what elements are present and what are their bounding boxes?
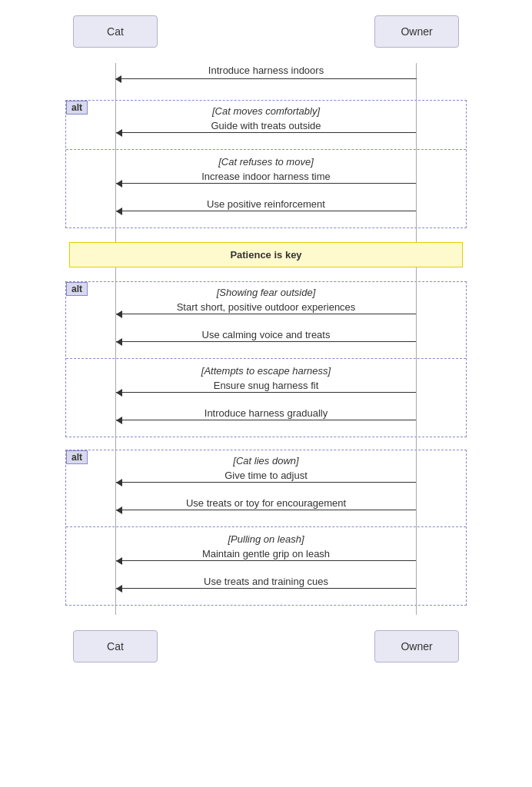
arrow-ensure-snug: [116, 392, 416, 393]
arrow-use-treats-toy: [116, 510, 416, 510]
use-treats-toy-label: Use treats or toy for encouragement: [186, 497, 346, 509]
message-introduce-harness-indoors: Introduce harness indoors: [0, 63, 532, 91]
condition-pulling-leash: [Pulling on leash]: [66, 530, 466, 546]
alt-label-2: alt: [66, 282, 88, 296]
arrow-introduce-harness: [115, 78, 417, 79]
owner-footer-label: Owner: [401, 640, 432, 653]
message-use-treats-cues: Use treats and training cues: [66, 574, 466, 602]
ensure-snug-label: Ensure snug harness fit: [214, 380, 319, 391]
message-increase-indoor: Increase indoor harness time: [66, 169, 466, 197]
owner-footer-box: Owner: [374, 630, 459, 662]
message-ensure-snug: Ensure snug harness fit: [66, 378, 466, 406]
arrow-use-calming: [116, 341, 416, 342]
cat-footer-box: Cat: [73, 630, 158, 662]
condition-moves-comfortably: [Cat moves comfortably]: [66, 102, 466, 118]
cat-header-box: Cat: [73, 15, 158, 48]
alt-frame-1: alt [Cat moves comfortably] Guide with t…: [65, 100, 467, 228]
condition-cat-lies-down: [Cat lies down]: [66, 452, 466, 468]
alt-frame-2: alt [Showing fear outside] Start short, …: [65, 281, 467, 437]
message-maintain-grip: Maintain gentle grip on leash: [66, 546, 466, 574]
give-time-label: Give time to adjust: [224, 470, 308, 481]
positive-reinforcement-label: Use positive reinforcement: [207, 198, 325, 210]
maintain-grip-label: Maintain gentle grip on leash: [202, 548, 330, 560]
introduce-gradually-label: Introduce harness gradually: [204, 407, 328, 419]
message-give-time: Give time to adjust: [66, 468, 466, 496]
alt-divider-3: [66, 526, 466, 527]
arrow-give-time: [116, 482, 416, 483]
message-start-short: Start short, positive outdoor experience…: [66, 300, 466, 327]
owner-header-box: Owner: [374, 15, 459, 48]
arrow-introduce-gradually: [116, 420, 416, 420]
arrow-maintain-grip: [116, 560, 416, 561]
condition-showing-fear: [Showing fear outside]: [66, 284, 466, 300]
arrow-positive-reinforcement: [116, 211, 416, 211]
message-use-treats-toy: Use treats or toy for encouragement: [66, 496, 466, 523]
patience-note: Patience is key: [69, 242, 463, 267]
guide-treats-label: Guide with treats outside: [211, 120, 321, 131]
use-treats-cues-label: Use treats and training cues: [204, 576, 328, 587]
use-calming-label: Use calming voice and treats: [202, 329, 331, 340]
alt-label-1: alt: [66, 101, 88, 115]
cat-footer-label: Cat: [107, 640, 124, 653]
increase-indoor-label: Increase indoor harness time: [201, 171, 331, 182]
alt-label-3: alt: [66, 450, 88, 464]
message-positive-reinforcement: Use positive reinforcement: [66, 197, 466, 224]
owner-label: Owner: [401, 25, 432, 38]
sequence-area: Introduce harness indoors alt [Cat moves…: [0, 63, 532, 615]
message-guide-treats: Guide with treats outside: [66, 118, 466, 146]
arrow-start-short: [116, 314, 416, 314]
start-short-label: Start short, positive outdoor experience…: [177, 301, 356, 313]
arrow-increase-indoor: [116, 183, 416, 184]
alt-divider-1: [66, 149, 466, 150]
lifeline-footer: Cat Owner: [0, 630, 532, 662]
message-introduce-gradually: Introduce harness gradually: [66, 406, 466, 433]
cat-label: Cat: [107, 25, 124, 38]
alt-frame-3: alt [Cat lies down] Give time to adjust …: [65, 450, 467, 606]
lifeline-header: Cat Owner: [0, 15, 532, 48]
arrow-guide-treats: [116, 132, 416, 133]
message-use-calming: Use calming voice and treats: [66, 327, 466, 355]
sequence-diagram: Cat Owner Introduce harness indoors alt …: [0, 0, 532, 678]
introduce-harness-label: Introduce harness indoors: [208, 65, 324, 76]
patience-label: Patience is key: [230, 249, 301, 261]
condition-refuses: [Cat refuses to move]: [66, 153, 466, 169]
arrow-use-treats-cues: [116, 588, 416, 589]
condition-attempts-escape: [Attempts to escape harness]: [66, 362, 466, 378]
alt-divider-2: [66, 358, 466, 359]
